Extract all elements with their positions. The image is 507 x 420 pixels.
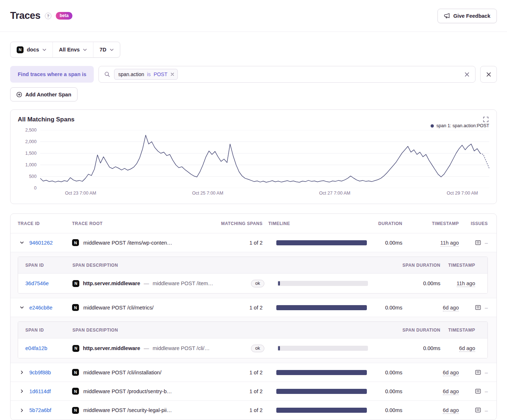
- column-header-matching-spans: Matching Spans: [214, 221, 268, 226]
- issues-empty-dash: –: [485, 407, 488, 413]
- span-status-badge: ok: [251, 280, 264, 287]
- trace-row: 9cb9f88bNmiddleware POST /cli/installati…: [11, 363, 496, 382]
- span-timestamp[interactable]: 6d ago: [459, 345, 475, 352]
- span-description: middleware POST /cli/…: [152, 345, 210, 351]
- chart-title: All Matching Spans: [18, 116, 75, 123]
- timeline-bar: [276, 389, 367, 394]
- page-filter-bar: N docs All Envs 7D: [10, 42, 120, 58]
- beta-badge: beta: [56, 12, 73, 20]
- megaphone-icon: [444, 13, 450, 19]
- chart-legend: span 1: span.action:POST: [18, 123, 489, 128]
- legend-series-dot: [431, 124, 434, 128]
- chevron-right-icon[interactable]: [18, 387, 26, 395]
- token-remove-icon[interactable]: [171, 72, 174, 76]
- chevron-down-icon[interactable]: [18, 304, 26, 312]
- page-header: Traces ? beta Give Feedback: [0, 0, 507, 32]
- add-another-span-button[interactable]: Add Another Span: [10, 87, 77, 101]
- trace-timestamp[interactable]: 6d ago: [443, 370, 459, 376]
- span-table: Span IDSpan DescriptionSpan DurationTime…: [18, 321, 488, 358]
- trace-timestamp[interactable]: 6d ago: [443, 388, 459, 395]
- nextjs-platform-icon: N: [72, 304, 79, 311]
- fullscreen-icon[interactable]: [482, 116, 489, 123]
- y-axis-label: 2,000: [25, 139, 37, 144]
- span-table-header: Span IDSpan DescriptionSpan DurationTime…: [18, 322, 487, 338]
- trace-timestamp[interactable]: 6d ago: [443, 305, 459, 311]
- page-content: N docs All Envs 7D Find traces where a s…: [0, 32, 507, 420]
- timeline-bar: [276, 240, 367, 245]
- date-range-selector[interactable]: 7D: [93, 42, 120, 57]
- span-id-link[interactable]: e04fa12b: [25, 345, 47, 351]
- span-search-input[interactable]: span.action is POST: [99, 66, 475, 83]
- nextjs-platform-icon: N: [72, 369, 79, 376]
- trace-id-link[interactable]: 1d6114df: [29, 388, 51, 394]
- column-header-timeline: Timeline: [268, 221, 373, 226]
- environment-selector[interactable]: All Envs: [53, 42, 93, 57]
- chevron-down-icon[interactable]: [18, 239, 26, 247]
- give-feedback-label: Give Feedback: [453, 13, 490, 19]
- issues-icon: [474, 240, 482, 246]
- span-timeline-marker: [278, 346, 280, 350]
- span-table-wrap: Span IDSpan DescriptionSpan DurationTime…: [11, 252, 496, 298]
- x-axis-label: Oct 29 7:00 AM: [447, 191, 478, 196]
- matching-spans-count: 1 of 2: [214, 370, 268, 375]
- trace-root-text: middleware POST /items/wp-conten…: [83, 240, 172, 246]
- trace-root-text: middleware POST /cli/metrics/: [83, 305, 154, 311]
- chevron-right-icon[interactable]: [18, 406, 26, 414]
- span-column-header-duration: Span Duration: [382, 263, 440, 268]
- chevron-down-icon: [83, 49, 87, 51]
- trace-timestamp[interactable]: 6d ago: [443, 407, 459, 414]
- span-timestamp[interactable]: 11h ago: [457, 280, 475, 287]
- trace-id-link[interactable]: e246cb8e: [29, 305, 53, 311]
- issues-icon: [474, 407, 482, 413]
- issues-empty-dash: –: [485, 388, 488, 394]
- column-header-timestamp: Timestamp: [413, 221, 464, 226]
- chevron-down-icon: [42, 49, 46, 51]
- span-search-row: Find traces where a span is span.action …: [10, 66, 497, 83]
- remove-span-filter-button[interactable]: [480, 66, 497, 83]
- trace-id-link[interactable]: 9cb9f88b: [29, 370, 51, 375]
- chevron-right-icon[interactable]: [18, 369, 26, 377]
- nextjs-platform-icon: N: [17, 46, 24, 53]
- trace-table-header: Trace ID Trace Root Matching Spans Timel…: [11, 214, 496, 233]
- trace-row: e246cb8eNmiddleware POST /cli/metrics/1 …: [11, 298, 496, 317]
- separator-dash: —: [144, 280, 149, 286]
- span-column-header-description: Span Description: [72, 263, 277, 268]
- span-operation: http.server.middleware: [83, 345, 140, 351]
- project-selector[interactable]: N docs: [11, 42, 53, 57]
- trace-timestamp[interactable]: 11h ago: [440, 240, 459, 246]
- span-id-link[interactable]: 36d7546e: [25, 280, 49, 286]
- x-axis-label: Oct 25 7:00 AM: [192, 191, 223, 196]
- chevron-down-icon: [110, 49, 114, 51]
- issues-empty-dash: –: [485, 304, 488, 311]
- trace-root-text: middleware POST /product/sentry-b…: [83, 388, 172, 394]
- trace-duration: 0.00ms: [373, 240, 413, 246]
- find-traces-label: Find traces where a span is: [10, 66, 94, 83]
- chart-y-axis: 05001,0001,5002,0002,500: [18, 130, 37, 188]
- matching-spans-chart-panel: All Matching Spans span 1: span.action:P…: [10, 109, 497, 204]
- y-axis-label: 1,500: [25, 151, 37, 156]
- y-axis-label: 500: [29, 174, 37, 179]
- trace-id-link[interactable]: 5b72a6bf: [29, 407, 51, 413]
- date-range-selector-label: 7D: [100, 47, 106, 53]
- nextjs-platform-icon: N: [72, 407, 79, 414]
- search-filter-token[interactable]: span.action is POST: [114, 69, 178, 80]
- column-header-trace-root: Trace Root: [72, 221, 214, 226]
- token-value: POST: [152, 71, 168, 77]
- span-operation: http.server.middleware: [83, 280, 140, 286]
- nextjs-platform-icon: N: [72, 345, 79, 352]
- span-timeline-marker: [278, 281, 280, 286]
- chart-x-axis: Oct 23 7:00 AMOct 25 7:00 AMOct 27 7:00 …: [40, 191, 489, 199]
- chart-plot[interactable]: [40, 130, 489, 188]
- search-clear-icon[interactable]: [464, 72, 470, 77]
- trace-table: Trace ID Trace Root Matching Spans Timel…: [10, 213, 497, 420]
- trace-id-link[interactable]: 94601262: [29, 240, 53, 246]
- column-header-duration: Duration: [373, 221, 413, 226]
- span-table-header: Span IDSpan DescriptionSpan DurationTime…: [18, 257, 487, 274]
- help-icon[interactable]: ?: [45, 13, 51, 19]
- give-feedback-button[interactable]: Give Feedback: [437, 9, 497, 23]
- span-column-header-id: Span ID: [25, 328, 72, 333]
- issues-empty-dash: –: [485, 369, 488, 375]
- legend-series-label: span 1: span.action:POST: [436, 123, 489, 128]
- token-key: span.action: [114, 71, 146, 77]
- span-duration: 0.00ms: [382, 280, 440, 286]
